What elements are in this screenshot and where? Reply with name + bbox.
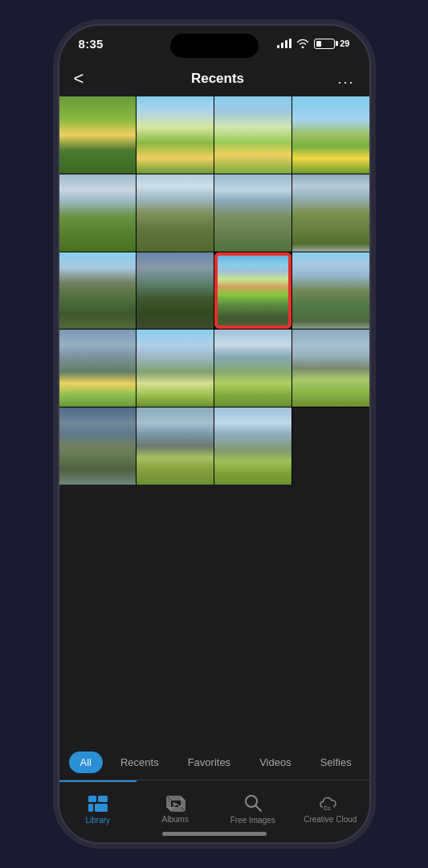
creative-cloud-label: Creative Cloud (304, 815, 357, 824)
photo-cell-3[interactable] (214, 96, 291, 174)
albums-icon (165, 794, 185, 812)
dynamic-island (170, 34, 259, 58)
photo-cell-17[interactable] (59, 407, 137, 485)
svg-rect-1 (98, 796, 108, 802)
photo-cell-13[interactable] (59, 330, 137, 407)
photo-cell-10[interactable] (137, 252, 214, 330)
phone-frame: 8:35 29 < Recents ... (58, 24, 371, 844)
filter-tabs: All Recents Favorites Videos Selfies (59, 744, 369, 780)
library-label: Library (85, 816, 110, 825)
photo-cell-4[interactable] (292, 96, 369, 174)
tab-recents[interactable]: Recents (109, 751, 170, 773)
back-button[interactable]: < (74, 68, 98, 89)
photo-cell-12[interactable] (292, 252, 369, 330)
photo-cell-16[interactable] (292, 330, 369, 407)
more-button[interactable]: ... (337, 71, 354, 88)
photo-cell-7[interactable] (214, 174, 291, 252)
photo-cell-2[interactable] (137, 96, 214, 174)
nav-header: < Recents ... (59, 61, 369, 96)
tab-all[interactable]: All (69, 751, 103, 773)
status-icons: 29 (277, 39, 349, 49)
nav-item-library[interactable]: Library (59, 780, 137, 844)
photo-cell-14[interactable] (137, 330, 214, 407)
photo-cell-20[interactable] (292, 407, 369, 485)
battery-level: 29 (340, 39, 349, 48)
svg-line-9 (255, 806, 261, 812)
photo-cell-1[interactable] (59, 96, 137, 174)
photo-cell-19[interactable] (214, 407, 291, 485)
photo-cell-9[interactable] (59, 252, 137, 330)
svg-point-7 (173, 803, 176, 805)
albums-label: Albums (162, 815, 189, 824)
photo-grid (59, 96, 369, 485)
tab-favorites[interactable]: Favorites (177, 751, 242, 773)
free-images-search-icon (243, 793, 263, 813)
home-indicator (162, 832, 267, 836)
signal-bars-icon (277, 39, 291, 48)
photo-cell-6[interactable] (137, 174, 214, 252)
battery-icon (314, 39, 335, 49)
creative-cloud-icon: Cc (319, 794, 341, 812)
library-icon (88, 795, 108, 813)
svg-rect-2 (88, 804, 93, 812)
photo-cell-11-highlighted[interactable] (214, 252, 291, 330)
svg-rect-3 (95, 804, 108, 812)
svg-text:Cc: Cc (324, 805, 331, 811)
photo-cell-18[interactable] (137, 407, 214, 485)
photo-cell-5[interactable] (59, 174, 137, 252)
svg-rect-0 (88, 796, 96, 802)
page-title: Recents (191, 71, 244, 87)
tab-selfies[interactable]: Selfies (309, 751, 363, 773)
photo-cell-15[interactable] (214, 330, 291, 407)
nav-item-creative-cloud[interactable]: Cc Creative Cloud (291, 780, 369, 844)
photo-grid-container (59, 96, 369, 744)
wifi-icon (296, 39, 309, 48)
free-images-label: Free Images (230, 816, 275, 825)
photo-cell-8[interactable] (292, 174, 369, 252)
tab-videos[interactable]: Videos (248, 751, 303, 773)
status-time: 8:35 (79, 37, 104, 51)
